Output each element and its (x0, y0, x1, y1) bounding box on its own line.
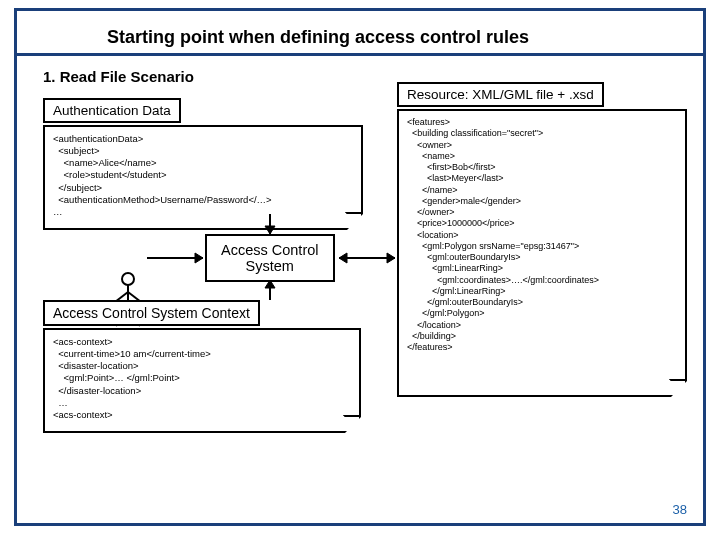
auth-data-label: Authentication Data (43, 98, 181, 123)
acs-context-label: Access Control System Context (43, 300, 260, 326)
resource-note: <features> <building classification="sec… (397, 109, 687, 397)
left-column: Authentication Data <authenticationData>… (43, 98, 373, 230)
acs-context-note: <acs-context> <current-time>10 am</curre… (43, 328, 361, 433)
resource-xml: <features> <building classification="sec… (407, 117, 677, 353)
slide-title: Starting point when defining access cont… (107, 27, 691, 48)
acs-box-wrap: Access Control System (205, 234, 335, 282)
slide-body: 1. Read File Scenario Authentication Dat… (17, 56, 703, 514)
svg-marker-13 (387, 253, 395, 263)
svg-point-0 (122, 273, 134, 285)
acs-label-line1: Access Control System (221, 242, 319, 274)
svg-marker-14 (339, 253, 347, 263)
acs-context-group: Access Control System Context <acs-conte… (43, 300, 361, 433)
auth-data-xml: <authenticationData> <subject> <name>Ali… (53, 133, 353, 218)
resource-label: Resource: XML/GML file + .xsd (397, 82, 604, 107)
page-number: 38 (673, 502, 687, 517)
svg-marker-11 (195, 253, 203, 263)
auth-data-note: <authenticationData> <subject> <name>Ali… (43, 125, 363, 230)
acs-box: Access Control System (205, 234, 335, 282)
acs-context-xml: <acs-context> <current-time>10 am</curre… (53, 336, 351, 421)
title-area: Starting point when defining access cont… (17, 11, 703, 56)
slide-frame: Starting point when defining access cont… (14, 8, 706, 526)
right-column: Resource: XML/GML file + .xsd <features>… (397, 82, 689, 397)
